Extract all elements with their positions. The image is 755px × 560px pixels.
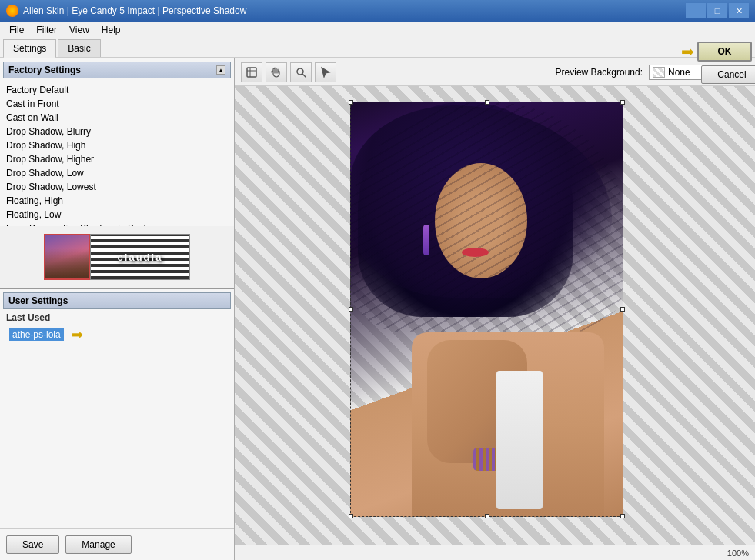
factory-settings-section: Factory Settings ▲ Factory Default Cast … <box>0 58 234 289</box>
thumbnail-image <box>44 234 90 280</box>
manage-button[interactable]: Manage <box>65 535 131 554</box>
tab-basic[interactable]: Basic <box>58 39 100 57</box>
setting-drop-shadow-low[interactable]: Drop Shadow, Low <box>0 166 234 180</box>
zoom-fit-tool[interactable] <box>241 62 262 82</box>
user-settings-header: User Settings <box>3 292 231 309</box>
menu-help[interactable]: Help <box>95 23 127 37</box>
bottom-buttons: Save Manage <box>0 528 234 560</box>
maximize-button[interactable]: □ <box>707 3 727 18</box>
factory-settings-header: Factory Settings ▲ <box>3 62 231 78</box>
menu-filter[interactable]: Filter <box>30 23 63 37</box>
right-panel: Preview Background: None ▼ <box>235 58 755 560</box>
settings-list[interactable]: Factory Default Cast in Front Cast on Wa… <box>0 82 234 226</box>
save-button[interactable]: Save <box>6 535 59 554</box>
factory-settings-label: Factory Settings <box>8 65 81 75</box>
tab-settings[interactable]: Settings <box>3 39 56 58</box>
title-text: Alien Skin | Eye Candy 5 Impact | Perspe… <box>23 5 246 16</box>
status-bar: 100% <box>235 545 755 560</box>
svg-line-4 <box>302 74 306 77</box>
zoom-tool[interactable] <box>290 62 312 82</box>
user-settings-section: User Settings Last Used athe-ps-lola ➡ <box>0 289 234 528</box>
scroll-up-arrow[interactable]: ▲ <box>216 65 225 75</box>
app-icon <box>6 5 18 17</box>
user-preset-label[interactable]: athe-ps-lola <box>9 328 64 341</box>
left-panel: Factory Settings ▲ Factory Default Cast … <box>0 58 235 560</box>
preview-text: claudia <box>118 252 163 263</box>
close-button[interactable]: ✕ <box>729 3 749 18</box>
ok-arrow-icon: ➡ <box>681 42 694 61</box>
setting-drop-shadow-high[interactable]: Drop Shadow, High <box>0 138 234 152</box>
hand-tool[interactable] <box>266 62 287 82</box>
setting-floating-low[interactable]: Floating, Low <box>0 208 234 222</box>
setting-floating-high[interactable]: Floating, High <box>0 194 234 208</box>
select-tool[interactable] <box>315 62 336 82</box>
subject-figure <box>350 102 623 517</box>
thumbnail-area: claudia <box>0 226 234 288</box>
arrow-indicator: ➡ <box>72 326 83 343</box>
setting-factory-default[interactable]: Factory Default <box>0 83 234 97</box>
menu-file[interactable]: File <box>3 23 30 37</box>
setting-drop-shadow-blurry[interactable]: Drop Shadow, Blurry <box>0 125 234 138</box>
title-bar: Alien Skin | Eye Candy 5 Impact | Perspe… <box>0 0 755 22</box>
menu-bar: File Filter View Help <box>0 22 755 38</box>
ok-button[interactable]: OK <box>697 42 752 62</box>
zoom-level: 100% <box>727 548 749 558</box>
svg-rect-0 <box>247 68 256 77</box>
canvas-area[interactable] <box>235 86 755 545</box>
minimize-button[interactable]: ― <box>686 3 706 18</box>
preview-bg-swatch <box>653 67 665 78</box>
setting-cast-on-wall[interactable]: Cast on Wall <box>0 111 234 125</box>
setting-drop-shadow-higher[interactable]: Drop Shadow, Higher <box>0 152 234 166</box>
main-layout: Factory Settings ▲ Factory Default Cast … <box>0 58 755 560</box>
toolbar: Preview Background: None ▼ <box>235 58 755 86</box>
preview-banner: claudia <box>90 234 190 280</box>
tab-bar: Settings Basic <box>0 38 755 58</box>
last-used-label: Last Used <box>3 311 231 325</box>
cancel-button[interactable]: Cancel <box>701 65 755 84</box>
title-left: Alien Skin | Eye Candy 5 Impact | Perspe… <box>6 5 246 17</box>
preview-bg-label: Preview Background: <box>556 67 643 78</box>
menu-view[interactable]: View <box>63 23 95 37</box>
title-controls[interactable]: ― □ ✕ <box>686 3 749 18</box>
action-buttons-area: ➡ OK Cancel <box>678 38 755 87</box>
canvas-viewport <box>235 86 755 545</box>
setting-drop-shadow-lowest[interactable]: Drop Shadow, Lowest <box>0 180 234 194</box>
toolbar-tools <box>241 62 336 82</box>
setting-cast-in-front[interactable]: Cast in Front <box>0 97 234 111</box>
